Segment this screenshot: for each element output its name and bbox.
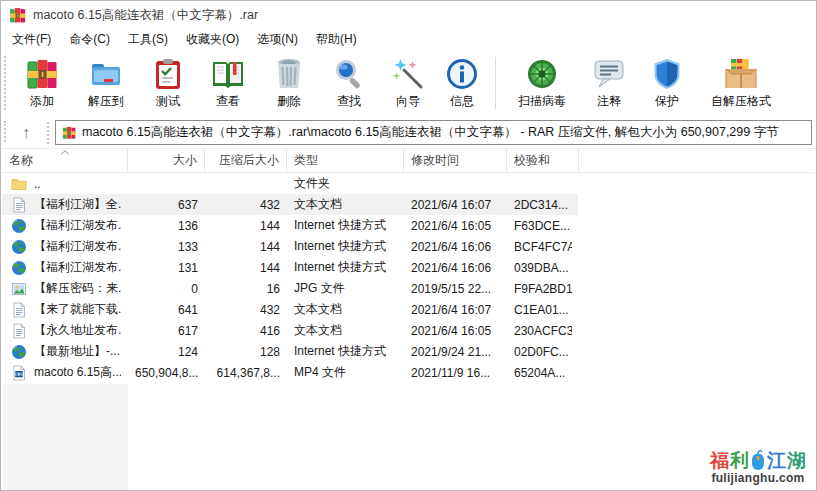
- cell-text: 039DBA...: [514, 261, 569, 275]
- toolbar-button-test[interactable]: 测试: [139, 54, 197, 112]
- cell-type: Internet 快捷方式: [287, 257, 404, 278]
- watermark-title: 福利江湖: [710, 448, 806, 471]
- cell-modified: 2021/11/9 16...: [404, 362, 507, 383]
- toolbar-button-scan[interactable]: 扫描病毒: [504, 54, 580, 112]
- cell-checksum: F63DCE...: [507, 215, 579, 236]
- cell-checksum: 02D0FC...: [507, 341, 579, 362]
- cell-size: 617: [128, 320, 205, 341]
- menu-item-5[interactable]: 选项(N): [248, 29, 307, 50]
- toolbar-button-wizard[interactable]: 向导: [379, 54, 437, 112]
- menu-item-4[interactable]: 收藏夹(O): [177, 29, 248, 50]
- cell-packed: 144: [205, 215, 287, 236]
- toolbar-button-label: 测试: [156, 93, 180, 110]
- file-row-8[interactable]: 【永久地址发布...617416文本文档2021/6/4 16:05230ACF…: [2, 320, 815, 341]
- sorted-column-shade: [2, 384, 128, 490]
- column-header-5[interactable]: 修改时间: [404, 149, 507, 172]
- up-button[interactable]: ↑: [9, 121, 43, 145]
- column-header-4[interactable]: 类型: [287, 149, 404, 172]
- toolbar-button-extract[interactable]: 解压到: [73, 54, 139, 112]
- toolbar-button-delete[interactable]: 删除: [259, 54, 319, 112]
- list-header: 名称大小压缩后大小类型修改时间校验和: [2, 149, 815, 173]
- text-icon: [11, 302, 27, 318]
- cell-size: 124: [128, 341, 205, 362]
- toolbar-button-label: 添加: [30, 93, 54, 110]
- address-combobox[interactable]: macoto 6.15高能连衣裙（中文字幕）.rar\macoto 6.15高能…: [55, 120, 812, 145]
- cell-packed: 432: [205, 194, 287, 215]
- cell-text: MP4 文件: [294, 364, 346, 381]
- cell-name: 【永久地址发布...: [2, 320, 128, 341]
- cell-packed: 432: [205, 299, 287, 320]
- cell-text: 【解压密码：来...: [34, 280, 121, 297]
- column-header-label: 大小: [173, 152, 197, 169]
- file-row-9[interactable]: 【最新地址】-...124128Internet 快捷方式2021/9/24 2…: [2, 341, 815, 362]
- toolbar-button-comment[interactable]: 注释: [580, 54, 638, 112]
- file-row-2[interactable]: 【福利江湖】全...637432文本文档2021/6/4 16:072DC314…: [2, 194, 815, 215]
- file-row-3[interactable]: 【福利江湖发布...136144Internet 快捷方式2021/6/4 16…: [2, 215, 815, 236]
- cell-text: 【福利江湖】全...: [34, 196, 121, 213]
- cell-size: 650,904,8...: [128, 362, 205, 383]
- cell-text: 【永久地址发布...: [34, 322, 121, 339]
- winrar-window: macoto 6.15高能连衣裙（中文字幕）.rar 文件(F)命令(C)工具(…: [0, 0, 817, 491]
- column-header-6[interactable]: 校验和: [507, 149, 579, 172]
- cell-text: 2021/6/4 16:07: [411, 303, 491, 317]
- cell-checksum: 65204A...: [507, 362, 579, 383]
- cell-text: BCF4FC7A: [514, 240, 572, 254]
- cell-text: 2021/6/4 16:07: [411, 198, 491, 212]
- text-icon: [11, 323, 27, 339]
- file-row-6[interactable]: 【解压密码：来...016JPG 文件2019/5/15 22...F9FA2B…: [2, 278, 815, 299]
- column-header-1[interactable]: 名称: [2, 149, 128, 172]
- cell-modified: 2021/6/4 16:06: [404, 236, 507, 257]
- cell-modified: 2021/6/4 16:05: [404, 320, 507, 341]
- clipboard-test-icon: [153, 57, 183, 91]
- toolbar-button-find[interactable]: 查找: [319, 54, 379, 112]
- cell-checksum: 039DBA...: [507, 257, 579, 278]
- cell-packed: 16: [205, 278, 287, 299]
- winrar-app-icon: [9, 7, 26, 24]
- toolbar-button-protect[interactable]: 保护: [638, 54, 696, 112]
- toolbar-button-sfx[interactable]: 自解压格式: [696, 54, 786, 112]
- cell-checksum: F9FA2BD1: [507, 278, 579, 299]
- video-icon: [11, 365, 27, 381]
- menu-item-2[interactable]: 命令(C): [60, 29, 119, 50]
- cell-packed: 614,367,8...: [205, 362, 287, 383]
- cell-text: Internet 快捷方式: [294, 259, 386, 276]
- toolbar-button-view[interactable]: 查看: [197, 54, 259, 112]
- watermark-logo: 福利江湖 fulijianghu.com: [710, 448, 806, 485]
- column-header-3[interactable]: 压缩后大小: [205, 149, 287, 172]
- file-row-5[interactable]: 【福利江湖发布...131144Internet 快捷方式2021/6/4 16…: [2, 257, 815, 278]
- cell-size: 133: [128, 236, 205, 257]
- cell-text: 文件夹: [294, 175, 330, 192]
- cell-text: 230ACFC3: [514, 324, 572, 338]
- menu-item-1[interactable]: 文件(F): [3, 29, 60, 50]
- cell-text: 65204A...: [514, 366, 565, 380]
- toolbar-button-info[interactable]: 信息: [437, 54, 487, 112]
- toolbar-button-add[interactable]: 添加: [11, 54, 73, 112]
- cell-text: 【福利江湖发布...: [34, 259, 121, 276]
- cell-text: F63DCE...: [514, 219, 570, 233]
- file-row-10[interactable]: macoto 6.15高...650,904,8...614,367,8...M…: [2, 362, 815, 383]
- cell-packed: 144: [205, 236, 287, 257]
- folder-icon: [11, 176, 27, 192]
- column-header-2[interactable]: 大小: [128, 149, 205, 172]
- list-rows: ..文件夹【福利江湖】全...637432文本文档2021/6/4 16:072…: [2, 173, 815, 383]
- cell-text: 641: [178, 303, 198, 317]
- file-row-1[interactable]: ..文件夹: [2, 173, 815, 194]
- cell-text: 131: [178, 261, 198, 275]
- cell-text: 【福利江湖发布...: [34, 217, 121, 234]
- trash-icon: [275, 57, 303, 91]
- cell-modified: 2021/6/4 16:05: [404, 215, 507, 236]
- cell-checksum: C1EA01...: [507, 299, 579, 320]
- file-row-7[interactable]: 【来了就能下载...641432文本文档2021/6/4 16:07C1EA01…: [2, 299, 815, 320]
- cell-packed: [205, 173, 287, 194]
- column-header-label: 校验和: [514, 152, 550, 169]
- cell-text: 2021/6/4 16:05: [411, 324, 491, 338]
- cell-text: 136: [178, 219, 198, 233]
- cell-type: 文本文档: [287, 299, 404, 320]
- toolbar-button-label: 扫描病毒: [518, 93, 566, 110]
- file-row-4[interactable]: 【福利江湖发布...133144Internet 快捷方式2021/6/4 16…: [2, 236, 815, 257]
- menu-item-3[interactable]: 工具(S): [119, 29, 177, 50]
- column-header-label: 类型: [294, 152, 318, 169]
- toolbar-button-label: 查找: [337, 93, 361, 110]
- menu-item-6[interactable]: 帮助(H): [307, 29, 366, 50]
- cell-type: 文本文档: [287, 194, 404, 215]
